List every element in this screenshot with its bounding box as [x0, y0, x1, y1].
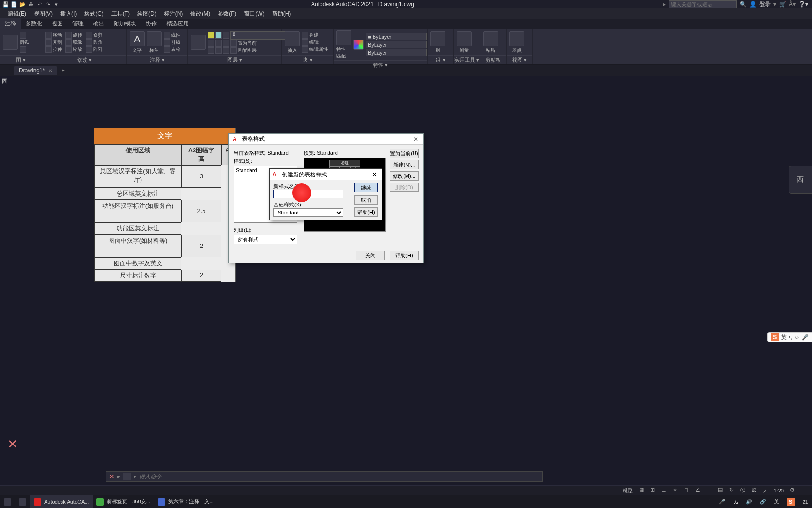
- snap-icon[interactable]: ⊞: [648, 487, 657, 494]
- tab-manage[interactable]: 管理: [68, 18, 88, 29]
- panel-view-label[interactable]: 视图 ▾: [507, 55, 532, 64]
- leader-icon[interactable]: [164, 39, 170, 46]
- stretch-icon[interactable]: [45, 46, 52, 53]
- base-style-combo[interactable]: Standard: [273, 208, 343, 217]
- dialog-titlebar[interactable]: A 表格样式 ✕: [229, 134, 423, 145]
- tray-link-icon[interactable]: 🔗: [756, 495, 770, 508]
- layerprop-button[interactable]: [191, 35, 206, 50]
- osnap-icon[interactable]: ◻: [682, 487, 691, 494]
- menu-draw[interactable]: 绘图(D): [133, 9, 160, 19]
- menu-format[interactable]: 格式(O): [80, 9, 107, 19]
- group-button[interactable]: 组: [430, 31, 445, 54]
- menu-parametric[interactable]: 参数(P): [214, 9, 240, 19]
- menu-modify[interactable]: 修改(M): [187, 9, 214, 19]
- line-button[interactable]: [3, 35, 18, 50]
- li3-icon[interactable]: [223, 40, 229, 47]
- app-icon[interactable]: Å▾: [789, 1, 796, 8]
- tray-up-icon[interactable]: ˄: [705, 495, 715, 508]
- mirror-icon[interactable]: [65, 39, 72, 46]
- array-icon[interactable]: [86, 46, 92, 53]
- tab-collab[interactable]: 协作: [141, 18, 162, 29]
- tab-addins[interactable]: 附加模块: [109, 18, 141, 29]
- cancel-button[interactable]: 取消: [354, 195, 378, 205]
- panel-draw-label[interactable]: 图 ▾: [0, 55, 42, 64]
- qat-new-icon[interactable]: 📄: [10, 0, 18, 8]
- layer-combo[interactable]: 0: [230, 31, 287, 40]
- anno3-icon[interactable]: 人: [761, 487, 770, 494]
- panel-util-label[interactable]: 实用工具 ▾: [454, 55, 480, 64]
- anno-icon[interactable]: Ⓐ: [738, 487, 748, 494]
- tray-sogou-icon[interactable]: S: [783, 495, 799, 508]
- create-icon[interactable]: [302, 32, 308, 39]
- layerfreeze-icon[interactable]: [215, 32, 222, 39]
- arc-icon[interactable]: [20, 32, 26, 39]
- new-style-name-field[interactable]: [273, 190, 343, 198]
- attredit-icon[interactable]: [302, 46, 308, 53]
- login-button[interactable]: 登录: [759, 0, 771, 8]
- ortho-icon[interactable]: ⊥: [659, 487, 669, 494]
- tray-mic-icon[interactable]: 🎤: [715, 495, 729, 508]
- tray-clock[interactable]: 21: [799, 495, 812, 508]
- matchprop-button[interactable]: 特性 匹配: [336, 30, 351, 59]
- insert-button[interactable]: 插入: [285, 31, 300, 54]
- menu-tools[interactable]: 工具(T): [108, 9, 133, 19]
- scale-button[interactable]: 1:20: [772, 488, 786, 493]
- panel-clip-label[interactable]: 剪贴板: [480, 55, 506, 64]
- li7-icon[interactable]: [223, 47, 229, 54]
- ime-mic-icon[interactable]: 🎤: [802, 334, 809, 341]
- palette-button[interactable]: [353, 40, 364, 50]
- qat-redo-icon[interactable]: ↷: [44, 0, 52, 8]
- qat-open-icon[interactable]: 📂: [19, 0, 26, 8]
- explorer-button[interactable]: [15, 495, 30, 508]
- rotate-icon[interactable]: [65, 32, 72, 39]
- search-icon[interactable]: 🔍: [740, 1, 747, 8]
- sogou-icon[interactable]: S: [771, 333, 779, 341]
- li6-icon[interactable]: [215, 47, 222, 54]
- dropdown-icon[interactable]: ▾: [773, 1, 776, 8]
- ime-punct-icon[interactable]: •,: [789, 334, 792, 341]
- tab-parametric[interactable]: 参数化: [21, 18, 47, 29]
- set-current-button[interactable]: 置为当前(U): [390, 149, 419, 158]
- close-icon[interactable]: ✕: [370, 171, 379, 178]
- taskbar-autocad[interactable]: Autodesk AutoCA...: [30, 495, 93, 508]
- close-icon[interactable]: ✕: [412, 136, 420, 143]
- menu-view[interactable]: 视图(V): [30, 9, 56, 19]
- tray-net-icon[interactable]: 🖧: [729, 495, 742, 508]
- continue-button[interactable]: 继续: [354, 183, 378, 192]
- viewcube[interactable]: 西: [789, 166, 812, 194]
- li2-icon[interactable]: [215, 40, 222, 47]
- linetype-combo[interactable]: ByLayer: [366, 49, 427, 56]
- tab-express[interactable]: 精选应用: [162, 18, 194, 29]
- lineweight-combo[interactable]: ByLayer: [366, 41, 427, 48]
- blockedit-icon[interactable]: [302, 39, 308, 46]
- menu-icon[interactable]: ≡: [799, 487, 808, 494]
- help-icon[interactable]: ❔▾: [798, 1, 808, 8]
- new-button[interactable]: 新建(N)...: [390, 160, 419, 169]
- paste-button[interactable]: 粘贴: [483, 31, 498, 54]
- new-tab-button[interactable]: +: [59, 66, 67, 75]
- model-button[interactable]: 模型: [621, 487, 635, 494]
- ime-emoji-icon[interactable]: ☺: [794, 334, 800, 341]
- modify-button[interactable]: 修改(M)...: [390, 171, 419, 181]
- gear-icon[interactable]: ⚙: [788, 487, 797, 494]
- cmd-chevron-icon[interactable]: ▸: [117, 473, 120, 480]
- layeron-icon[interactable]: [208, 32, 214, 39]
- menu-dimension[interactable]: 标注(N): [160, 9, 187, 19]
- dim-button[interactable]: 标注: [147, 31, 162, 54]
- command-line[interactable]: ✕ ▸ ▾: [106, 471, 543, 482]
- li4-icon[interactable]: [230, 40, 237, 47]
- cmd-icon[interactable]: [123, 473, 131, 480]
- search-play-icon[interactable]: ▸: [663, 1, 666, 8]
- ime-toolbar[interactable]: S 英 •, ☺ 🎤: [767, 332, 812, 342]
- panel-group-label[interactable]: 组 ▾: [428, 55, 453, 64]
- qat-save-icon[interactable]: 💾: [2, 0, 9, 8]
- panel-prop-label[interactable]: 特性 ▾: [334, 60, 427, 70]
- tray-ime[interactable]: 英: [770, 495, 783, 508]
- menu-window[interactable]: 窗口(W): [240, 9, 268, 19]
- grid-icon[interactable]: ▦: [637, 487, 646, 494]
- otrack-icon[interactable]: ∠: [693, 487, 703, 494]
- li5-icon[interactable]: [208, 47, 214, 54]
- panel-annot-label[interactable]: 注释 ▾: [127, 55, 187, 64]
- tray-vol-icon[interactable]: 🔊: [742, 495, 756, 508]
- layerlock-icon[interactable]: [223, 32, 229, 39]
